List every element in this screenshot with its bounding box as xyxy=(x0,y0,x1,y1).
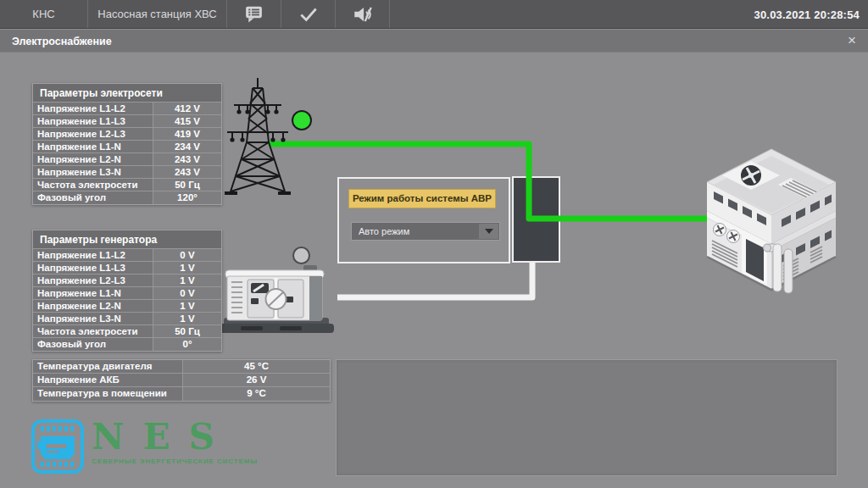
param-value: 120° xyxy=(153,191,221,204)
generator-power-line xyxy=(337,263,532,297)
param-value: 1 V xyxy=(153,313,221,324)
table-row: Напряжение L1-N234 V xyxy=(33,141,221,153)
top-navigation-bar: КНС Насосная станция ХВС xyxy=(0,0,868,29)
table-row: Напряжение L1-L31 V xyxy=(33,262,221,274)
table-row: Напряжение L2-L31 V xyxy=(33,274,221,287)
table-row: Напряжение L1-N0 V xyxy=(33,287,221,300)
table-row: Напряжение L1-L20 V xyxy=(33,249,221,262)
tab-pump-station-label: Насосная станция ХВС xyxy=(97,8,216,20)
param-value: 419 V xyxy=(153,128,221,140)
param-label: Фазовый угол xyxy=(33,338,153,351)
param-value: 1 V xyxy=(153,262,221,274)
table-row: Частота электросети50 Гц xyxy=(33,325,221,338)
avr-mode-dropdown[interactable]: Авто режим xyxy=(351,222,500,241)
logo-text-block: NES СЕВЕРНЫЕ ЭНЕРГЕТИЧЕСКИЕ СИСТЕМЫ xyxy=(92,419,258,474)
param-value: 0 V xyxy=(153,287,221,299)
param-label: Температура двигателя xyxy=(33,360,183,373)
close-button[interactable]: × xyxy=(843,31,861,50)
table-row: Температура двигателя45 °C xyxy=(33,360,330,374)
avr-control-panel: Режим работы системы АВР Авто режим xyxy=(337,177,510,263)
sound-muted-icon xyxy=(352,3,374,25)
sound-mute-button[interactable] xyxy=(336,0,390,28)
logo-subtitle: СЕВЕРНЫЕ ЭНЕРГЕТИЧЕСКИЕ СИСТЕМЫ xyxy=(92,458,258,465)
check-icon xyxy=(298,3,320,25)
grid-parameters-table: Параметры электросети Напряжение L1-L241… xyxy=(32,83,222,205)
param-value: 243 V xyxy=(153,153,221,165)
page-title: Электроснабжение xyxy=(12,30,112,53)
param-label: Напряжение L1-L3 xyxy=(33,115,153,127)
chevron-down-icon xyxy=(485,229,493,234)
table-row: Напряжение L2-N1 V xyxy=(33,300,221,313)
param-label: Напряжение АКБ xyxy=(33,374,183,386)
param-value: 243 V xyxy=(153,166,221,178)
param-value: 50 Гц xyxy=(153,179,221,191)
param-value: 45 °C xyxy=(183,360,330,373)
event-list-panel xyxy=(336,359,837,476)
acknowledge-button[interactable] xyxy=(281,0,336,28)
nes-logo-icon xyxy=(31,419,85,474)
param-label: Фазовый угол xyxy=(33,191,153,204)
param-label: Напряжение L2-N xyxy=(33,300,153,312)
table-row: Напряжение L2-L3419 V xyxy=(33,128,221,141)
param-label: Напряжение L1-L2 xyxy=(33,103,153,114)
diesel-generator-graphic xyxy=(215,257,338,341)
table-row: Напряжение L1-L3415 V xyxy=(33,115,221,128)
param-label: Напряжение L2-N xyxy=(33,153,153,165)
table-row: Фазовый угол0° xyxy=(33,338,221,351)
param-label: Напряжение L1-N xyxy=(33,287,153,299)
message-log-icon xyxy=(243,3,264,25)
param-label: Температура в помещении xyxy=(33,387,183,401)
company-logo: NES СЕВЕРНЫЕ ЭНЕРГЕТИЧЕСКИЕ СИСТЕМЫ xyxy=(31,419,258,474)
param-value: 0 V xyxy=(153,249,221,261)
logo-letters: NES xyxy=(92,419,258,456)
table-row: Напряжение L2-N243 V xyxy=(33,153,221,166)
transmission-tower-graphic xyxy=(222,76,293,199)
window-titlebar: Электроснабжение × xyxy=(0,30,868,53)
param-label: Частота электросети xyxy=(33,179,153,191)
param-label: Частота электросети xyxy=(33,325,153,337)
table-row: Напряжение L1-L2412 V xyxy=(33,103,221,115)
param-value: 50 Гц xyxy=(153,325,221,337)
table-row: Частота электросети50 Гц xyxy=(33,179,221,191)
avr-mode-title: Режим работы системы АВР xyxy=(348,189,496,208)
param-label: Напряжение L3-N xyxy=(33,313,153,324)
param-label: Напряжение L2-L3 xyxy=(33,128,153,140)
param-label: Напряжение L1-N xyxy=(33,141,153,152)
param-value: 26 V xyxy=(183,374,330,386)
param-label: Напряжение L1-L3 xyxy=(33,262,153,274)
table-row: Фазовый угол120° xyxy=(33,191,221,204)
close-icon: × xyxy=(848,32,856,49)
param-label: Напряжение L1-L2 xyxy=(33,249,153,261)
grid-parameters-title: Параметры электросети xyxy=(33,84,221,103)
tab-pump-station[interactable]: Насосная станция ХВС xyxy=(88,0,227,28)
tab-kns-label: КНС xyxy=(32,8,54,20)
param-value: 1 V xyxy=(153,300,221,312)
param-value: 0° xyxy=(153,338,221,351)
param-label: Напряжение L3-N xyxy=(33,166,153,178)
message-log-button[interactable] xyxy=(227,0,281,28)
ats-switch-box xyxy=(512,176,560,263)
param-value: 234 V xyxy=(153,141,221,152)
param-value: 1 V xyxy=(153,274,221,286)
table-row: Напряжение L3-N1 V xyxy=(33,313,221,325)
table-row: Напряжение L3-N243 V xyxy=(33,166,221,179)
grid-status-indicator xyxy=(292,110,312,130)
scada-screen: КНС Насосная станция ХВС xyxy=(0,0,868,488)
tab-kns[interactable]: КНС xyxy=(0,0,88,28)
table-row: Напряжение АКБ26 V xyxy=(33,374,330,387)
generator-parameters-title: Параметры генератора xyxy=(33,230,221,249)
param-value: 9 °C xyxy=(183,387,330,401)
param-value: 415 V xyxy=(153,115,221,127)
auxiliary-parameters-table: Температура двигателя45 °C Напряжение АК… xyxy=(32,359,331,402)
table-row: Температура в помещении9 °C xyxy=(33,387,330,401)
avr-mode-value: Авто режим xyxy=(359,226,409,236)
param-value: 412 V xyxy=(153,103,221,114)
building-graphic xyxy=(702,144,842,295)
param-label: Напряжение L2-L3 xyxy=(33,274,153,286)
dropdown-arrow-button[interactable] xyxy=(479,224,498,239)
datetime-display: 30.03.2021 20:28:54 xyxy=(754,0,860,29)
generator-parameters-table: Параметры генератора Напряжение L1-L20 V… xyxy=(32,230,222,352)
